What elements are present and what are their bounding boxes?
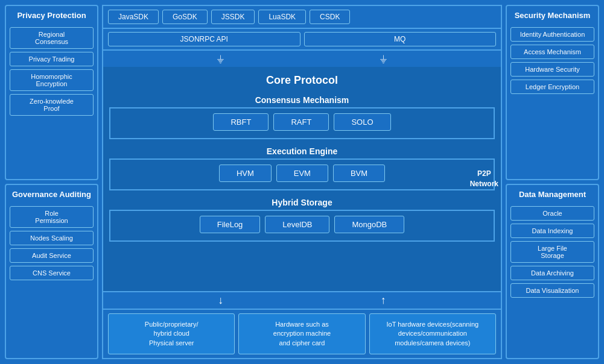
role-permission-item[interactable]: RolePermission (10, 206, 94, 228)
raft-item[interactable]: RAFT (273, 113, 329, 131)
data-management-title: Data Management (510, 190, 594, 201)
mongodb-item[interactable]: MongoDB (334, 216, 404, 233)
ledger-encryption-item[interactable]: Ledger Encryption (510, 80, 594, 94)
zero-knowledge-proof-item[interactable]: Zero-knowledeProof (10, 94, 94, 116)
security-mechanism-panel: Security Mechanism Identity Authenticati… (506, 5, 599, 180)
sdk-row: JavaSDK GoSDK JSSDK LuaSDK CSDK (102, 5, 502, 29)
hvm-item[interactable]: HVM (219, 165, 272, 182)
consensus-items-row: RBFT RAFT SOLO (113, 111, 491, 136)
storage-items-row: FileLog LevelDB MongoDB (113, 213, 491, 238)
right-panels: Security Mechanism Identity Authenticati… (506, 5, 599, 359)
gosdk-item[interactable]: GoSDK (162, 10, 208, 24)
hybrid-storage-title: Hybrid Storage (103, 194, 501, 210)
p2p-network-label: P2PNetwork (470, 169, 498, 189)
audit-service-item[interactable]: Audit Service (10, 248, 94, 263)
data-visualization-item[interactable]: Data Visualization (510, 283, 594, 298)
cns-service-item[interactable]: CNS Service (10, 266, 94, 280)
core-protocol-title: Core Protocol (103, 67, 501, 92)
consensus-block: RBFT RAFT SOLO (109, 107, 495, 139)
mq-item[interactable]: MQ (304, 32, 497, 46)
homomorphic-encryption-item[interactable]: HomomorphicEncryption (10, 69, 94, 91)
filelog-item[interactable]: FileLog (200, 216, 261, 233)
execution-block: HVM EVM BVM (109, 158, 495, 190)
data-indexing-item[interactable]: Data Indexing (510, 224, 594, 238)
data-archiving-item[interactable]: Data Archiving (510, 266, 594, 280)
identity-authentication-item[interactable]: Identity Authentication (510, 27, 594, 42)
left-panels: Privacy Protection RegionalConsensus Pri… (5, 5, 98, 359)
privacy-protection-title: Privacy Protection (10, 11, 94, 22)
consensus-mechanism-title: Consensus Mechanism (103, 92, 501, 107)
iot-hardware-item[interactable]: IoT hardware devices(scanningdevices/com… (369, 313, 496, 354)
rbft-item[interactable]: RBFT (213, 113, 269, 131)
core-protocol-area: Core Protocol Consensus Mechanism RBFT R… (102, 67, 502, 292)
bottom-items-row: Public/proprietary/hybrid cloudPhysical … (102, 309, 502, 359)
governance-auditing-panel: Governance Auditing RolePermission Nodes… (5, 184, 98, 359)
jsonrpc-api-item[interactable]: JSONRPC API (108, 32, 300, 46)
physical-server-item[interactable]: Public/proprietary/hybrid cloudPhysical … (108, 313, 235, 354)
javasdk-item[interactable]: JavaSDK (108, 10, 159, 24)
privacy-trading-item[interactable]: Privacy Trading (10, 52, 94, 66)
center-area: JavaSDK GoSDK JSSDK LuaSDK CSDK JSONRPC … (102, 5, 502, 359)
hardware-security-item[interactable]: Hardware Security (510, 62, 594, 77)
execution-items-row: HVM EVM BVM (113, 162, 491, 187)
oracle-item[interactable]: Oracle (510, 206, 594, 221)
main-container: Privacy Protection RegionalConsensus Pri… (0, 0, 604, 364)
leveldb-item[interactable]: LevelDB (265, 216, 329, 233)
security-mechanism-title: Security Mechanism (510, 11, 594, 22)
data-management-panel: Data Management Oracle Data Indexing Lar… (506, 184, 599, 359)
governance-auditing-title: Governance Auditing (10, 190, 94, 201)
fork-left-icon: ⏚ (217, 52, 224, 65)
privacy-protection-panel: Privacy Protection RegionalConsensus Pri… (5, 5, 98, 180)
bvm-item[interactable]: BVM (333, 165, 385, 182)
jssdk-item[interactable]: JSSDK (211, 10, 255, 24)
nodes-scaling-item[interactable]: Nodes Scaling (10, 231, 94, 245)
csdk-item[interactable]: CSDK (310, 10, 350, 24)
evm-item[interactable]: EVM (276, 165, 328, 182)
storage-block: FileLog LevelDB MongoDB (109, 210, 495, 242)
large-file-storage-item[interactable]: Large FileStorage (510, 241, 594, 263)
api-row: JSONRPC API MQ (102, 29, 502, 51)
arrow-up-icon: ↑ (381, 294, 386, 307)
luasdk-item[interactable]: LuaSDK (258, 10, 306, 24)
execution-engine-title: Execution Engine (103, 143, 501, 158)
access-mechanism-item[interactable]: Access Mechanism (510, 45, 594, 59)
solo-item[interactable]: SOLO (334, 113, 390, 131)
arrow-down-icon: ↓ (218, 294, 223, 307)
regional-consensus-item[interactable]: RegionalConsensus (10, 27, 94, 49)
fork-right-icon: ⏚ (380, 52, 387, 65)
encryption-hardware-item[interactable]: Hardware such asencryption machineand ci… (238, 313, 365, 354)
